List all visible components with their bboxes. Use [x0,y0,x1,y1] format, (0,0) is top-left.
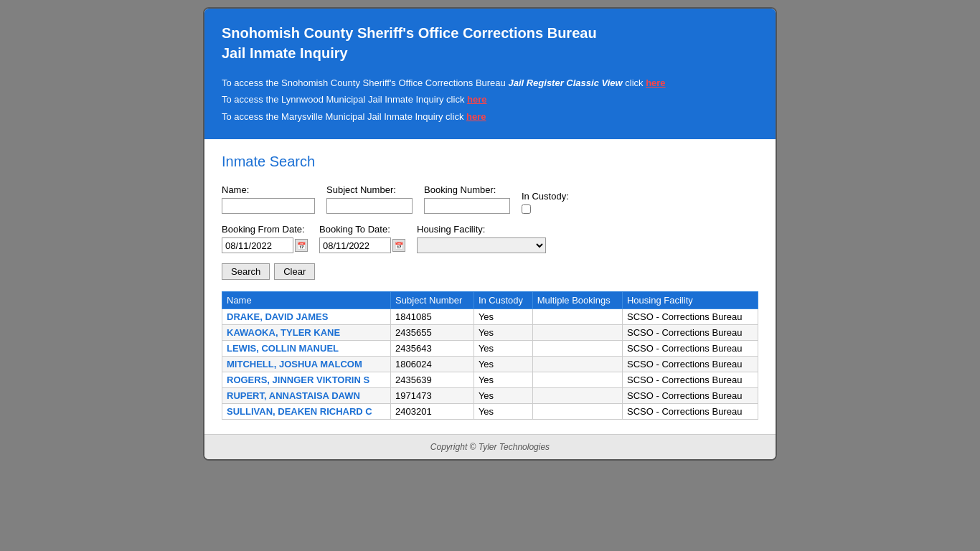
cell-housing: SCSO - Corrections Bureau [622,309,758,325]
housing-group: Housing Facility: SCSO - Corrections Bur… [417,224,546,253]
in-custody-label: In Custody: [522,191,569,202]
inmate-link[interactable]: KAWAOKA, TYLER KANE [227,327,340,338]
clear-button[interactable]: Clear [274,263,315,280]
name-input[interactable] [222,198,315,214]
header-section: Snohomish County Sheriff's Office Correc… [204,9,776,139]
table-row: ROGERS, JINNGER VIKTORIN S 2435639 Yes S… [222,372,758,388]
booking-from-calendar-icon[interactable]: 📅 [295,239,308,252]
cell-in-custody: Yes [473,388,532,404]
booking-number-group: Booking Number: [424,184,510,214]
cell-in-custody: Yes [473,404,532,420]
cell-name: KAWAOKA, TYLER KANE [222,325,391,341]
inmate-link[interactable]: DRAKE, DAVID JAMES [227,311,328,322]
cell-name: SULLIVAN, DEAKEN RICHARD C [222,404,391,420]
booking-number-label: Booking Number: [424,184,510,195]
cell-multiple [532,404,622,420]
cell-name: RUPERT, ANNASTAISA DAWN [222,388,391,404]
page-title: Snohomish County Sheriff's Office Correc… [222,23,758,63]
cell-subject: 2435643 [391,341,474,357]
header-link3: To access the Marysville Municipal Jail … [222,108,758,125]
cell-name: MITCHELL, JOSHUA MALCOM [222,357,391,372]
inmate-link[interactable]: MITCHELL, JOSHUA MALCOM [227,359,362,369]
cell-multiple [532,388,622,404]
cell-in-custody: Yes [473,372,532,388]
cell-multiple [532,309,622,325]
results-table: Name Subject Number In Custody Multiple … [222,291,758,420]
section-title: Inmate Search [222,154,758,170]
cell-housing: SCSO - Corrections Bureau [622,388,758,404]
table-body: DRAKE, DAVID JAMES 1841085 Yes SCSO - Co… [222,309,758,420]
booking-number-input[interactable] [424,198,510,214]
cell-in-custody: Yes [473,309,532,325]
housing-label: Housing Facility: [417,224,546,235]
cell-name: ROGERS, JINNGER VIKTORIN S [222,372,391,388]
cell-multiple [532,325,622,341]
cell-subject: 2403201 [391,404,474,420]
housing-select[interactable]: SCSO - Corrections Bureau [417,237,546,253]
cell-in-custody: Yes [473,325,532,341]
booking-from-group: Booking From Date: 📅 [222,224,308,253]
header-link1: To access the Snohomish County Sheriff's… [222,75,758,91]
col-multiple-bookings: Multiple Bookings [532,292,622,309]
name-group: Name: [222,184,315,214]
jail-register-label: Jail Register Classic View [508,77,622,88]
subject-label: Subject Number: [326,184,413,195]
col-housing: Housing Facility [622,292,758,309]
booking-to-input[interactable] [319,237,391,253]
booking-to-date-container: 📅 [319,237,405,253]
booking-from-label: Booking From Date: [222,224,308,235]
in-custody-checkbox[interactable] [522,204,531,214]
marysville-link[interactable]: here [466,111,486,122]
inmate-link[interactable]: ROGERS, JINNGER VIKTORIN S [227,375,369,385]
cell-housing: SCSO - Corrections Bureau [622,372,758,388]
table-row: LEWIS, COLLIN MANUEL 2435643 Yes SCSO - … [222,341,758,357]
booking-to-calendar-icon[interactable]: 📅 [392,239,405,252]
form-row-1: Name: Subject Number: Booking Number: In… [222,184,758,214]
button-row: Search Clear [222,263,758,280]
table-row: MITCHELL, JOSHUA MALCOM 1806024 Yes SCSO… [222,357,758,372]
lynnwood-link[interactable]: here [467,94,486,105]
cell-housing: SCSO - Corrections Bureau [622,325,758,341]
booking-to-group: Booking To Date: 📅 [319,224,405,253]
header-link2: To access the Lynnwood Municipal Jail In… [222,91,758,108]
cell-subject: 1841085 [391,309,474,325]
table-row: KAWAOKA, TYLER KANE 2435655 Yes SCSO - C… [222,325,758,341]
subject-input[interactable] [326,198,413,214]
main-container: Snohomish County Sheriff's Office Correc… [203,7,777,461]
search-button[interactable]: Search [222,263,270,280]
in-custody-group: In Custody: [522,191,569,214]
table-row: DRAKE, DAVID JAMES 1841085 Yes SCSO - Co… [222,309,758,325]
col-in-custody: In Custody [473,292,532,309]
cell-in-custody: Yes [473,357,532,372]
inmate-link[interactable]: RUPERT, ANNASTAISA DAWN [227,390,360,401]
form-row-2: Booking From Date: 📅 Booking To Date: 📅 … [222,224,758,253]
cell-subject: 1971473 [391,388,474,404]
cell-housing: SCSO - Corrections Bureau [622,341,758,357]
table-row: SULLIVAN, DEAKEN RICHARD C 2403201 Yes S… [222,404,758,420]
cell-multiple [532,357,622,372]
footer-section: Copyright © Tyler Technologies [204,434,776,459]
name-label: Name: [222,184,315,195]
inmate-link[interactable]: LEWIS, COLLIN MANUEL [227,343,339,354]
jail-register-link[interactable]: here [646,77,665,88]
cell-subject: 1806024 [391,357,474,372]
main-section: Inmate Search Name: Subject Number: Book… [204,139,776,434]
cell-multiple [532,341,622,357]
cell-in-custody: Yes [473,341,532,357]
cell-subject: 2435639 [391,372,474,388]
cell-name: LEWIS, COLLIN MANUEL [222,341,391,357]
cell-housing: SCSO - Corrections Bureau [622,404,758,420]
booking-from-date-container: 📅 [222,237,308,253]
copyright-text: Copyright © Tyler Technologies [430,442,550,452]
booking-to-label: Booking To Date: [319,224,405,235]
cell-name: DRAKE, DAVID JAMES [222,309,391,325]
cell-housing: SCSO - Corrections Bureau [622,357,758,372]
cell-subject: 2435655 [391,325,474,341]
booking-from-input[interactable] [222,237,293,253]
col-subject: Subject Number [391,292,474,309]
table-row: RUPERT, ANNASTAISA DAWN 1971473 Yes SCSO… [222,388,758,404]
inmate-link[interactable]: SULLIVAN, DEAKEN RICHARD C [227,406,372,417]
col-name: Name [222,292,391,309]
subject-group: Subject Number: [326,184,413,214]
table-header: Name Subject Number In Custody Multiple … [222,292,758,309]
